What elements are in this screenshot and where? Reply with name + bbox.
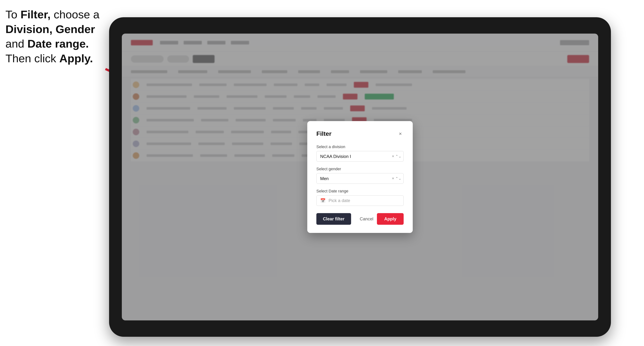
tablet-frame: Filter × Select a division NCAA Division… (109, 17, 611, 337)
footer-right-actions: Cancel Apply (360, 213, 404, 225)
instruction-block: To Filter, choose a Division, Gender and… (6, 7, 107, 66)
calendar-icon: 📅 (320, 198, 326, 203)
gender-group: Select gender Men × ⌃⌄ (316, 167, 404, 184)
division-select[interactable]: NCAA Division I (316, 151, 404, 162)
bold-date-range: Date range. (28, 37, 89, 50)
gender-select[interactable]: Men (316, 173, 404, 184)
gender-select-wrapper: Men × ⌃⌄ (316, 173, 404, 184)
division-select-icons: × ⌃⌄ (392, 154, 402, 159)
modal-overlay: Filter × Select a division NCAA Division… (122, 34, 598, 320)
dialog-footer: Clear filter Cancel Apply (316, 213, 404, 225)
date-range-label: Select Date range (316, 189, 404, 193)
instruction-then: Then click Apply. (6, 52, 93, 65)
gender-chevron-icon: ⌃⌄ (395, 176, 402, 181)
gender-select-icons: × ⌃⌄ (392, 176, 402, 181)
bold-division-gender: Division, Gender (6, 23, 95, 35)
date-range-input[interactable]: 📅 Pick a date (316, 195, 404, 206)
instruction-and: and Date range. (6, 37, 89, 50)
gender-label: Select gender (316, 167, 404, 171)
filter-dialog: Filter × Select a division NCAA Division… (307, 121, 413, 233)
dialog-header: Filter × (316, 130, 404, 137)
dialog-title: Filter (316, 130, 332, 137)
date-placeholder: Pick a date (328, 198, 350, 203)
division-label: Select a division (316, 145, 404, 149)
instruction-line1: To Filter, choose a (6, 8, 100, 21)
bold-filter: Filter, (20, 8, 50, 21)
apply-button[interactable]: Apply (377, 213, 404, 225)
date-range-group: Select Date range 📅 Pick a date (316, 189, 404, 206)
cancel-button[interactable]: Cancel (360, 216, 374, 221)
division-clear-icon[interactable]: × (392, 154, 394, 159)
gender-clear-icon[interactable]: × (392, 176, 394, 181)
division-select-wrapper: NCAA Division I × ⌃⌄ (316, 151, 404, 162)
division-chevron-icon: ⌃⌄ (395, 154, 402, 159)
division-group: Select a division NCAA Division I × ⌃⌄ (316, 145, 404, 162)
clear-filter-button[interactable]: Clear filter (316, 213, 351, 225)
tablet-screen: Filter × Select a division NCAA Division… (122, 34, 598, 320)
close-button[interactable]: × (397, 131, 404, 137)
bold-apply: Apply. (59, 52, 93, 65)
